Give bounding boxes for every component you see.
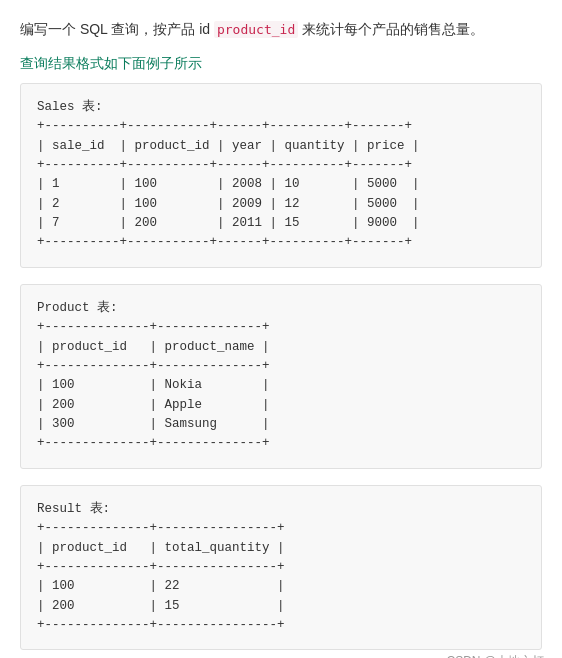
result-table-block: Result 表: +--------------+--------------… — [20, 485, 542, 651]
product-table-block: Product 表: +--------------+-------------… — [20, 284, 542, 469]
section-label: 查询结果格式如下面例子所示 — [20, 55, 542, 73]
intro-before: 编写一个 SQL 查询，按产品 id — [20, 21, 214, 37]
intro-text: 编写一个 SQL 查询，按产品 id product_id 来统计每个产品的销售… — [20, 18, 542, 41]
intro-after: 来统计每个产品的销售总量。 — [298, 21, 484, 37]
watermark: CSDN @大地之灯 — [446, 653, 544, 658]
page-container: 编写一个 SQL 查询，按产品 id product_id 来统计每个产品的销售… — [0, 0, 562, 658]
intro-code: product_id — [214, 21, 298, 38]
sales-table-block: Sales 表: +----------+-----------+------+… — [20, 83, 542, 268]
